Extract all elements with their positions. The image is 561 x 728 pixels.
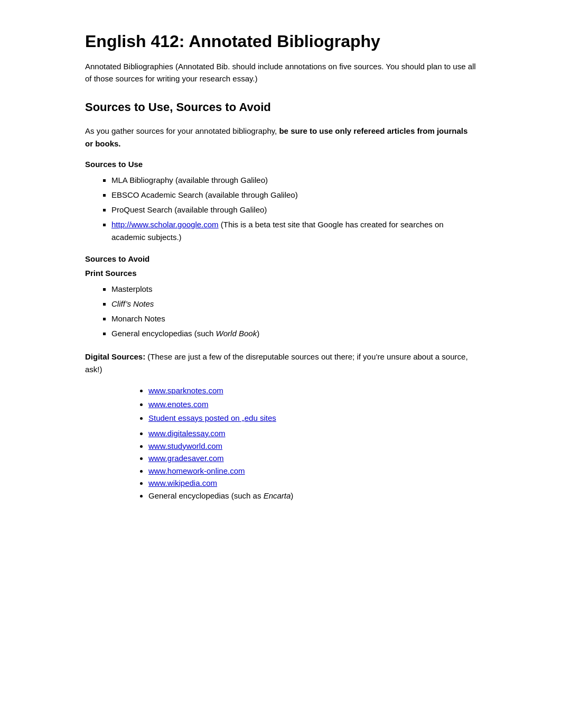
print-sources-heading: Print Sources — [85, 269, 476, 278]
list-item: MLA Bibliography (available through Gali… — [111, 174, 476, 187]
digital-last-plain: General encyclopedias (such as — [148, 491, 264, 500]
list-item: www.sparknotes.com — [148, 384, 476, 397]
digital-sources-bold: Digital Sources: — [85, 352, 145, 361]
scholar-link[interactable]: http://www.scholar.google.com — [111, 220, 219, 229]
section-intro-plain: As you gather sources for your annotated… — [85, 126, 279, 135]
list-item: www.gradesaver.com — [148, 453, 476, 465]
homework-online-link[interactable]: www.homework-online.com — [148, 466, 245, 475]
print-sources-list: Masterplots Cliff’s Notes Monarch Notes … — [85, 283, 476, 340]
digitalessay-link[interactable]: www.digitalessay.com — [148, 429, 226, 438]
wikipedia-link[interactable]: www.wikipedia.com — [148, 478, 217, 487]
gradesaver-link[interactable]: www.gradesaver.com — [148, 454, 224, 463]
list-item-last: General encyclopedias (such as Encarta) — [148, 490, 476, 502]
studyworld-link[interactable]: www.studyworld.com — [148, 441, 222, 450]
list-item: Masterplots — [111, 283, 476, 296]
digital-last-end: ) — [291, 491, 293, 500]
list-item: www.digitalessay.com — [148, 428, 476, 440]
sources-to-avoid-heading: Sources to Avoid — [85, 254, 476, 263]
sources-to-use-list: MLA Bibliography (available through Gali… — [85, 174, 476, 244]
digital-links-spaced-list: www.sparknotes.com www.enotes.com Studen… — [85, 384, 476, 425]
list-item: ProQuest Search (available through Galil… — [111, 204, 476, 216]
student-essays-link[interactable]: Student essays posted on „edu sites — [148, 413, 276, 422]
digital-sources-intro: Digital Sources: (These are just a few o… — [85, 351, 476, 376]
list-item: EBSCO Academic Search (available through… — [111, 189, 476, 201]
list-item-student: Student essays posted on „edu sites — [148, 412, 476, 425]
section-intro: As you gather sources for your annotated… — [85, 125, 476, 150]
page-title: English 412: Annotated Bibliography — [85, 32, 476, 51]
section-heading: Sources to Use, Sources to Avoid — [85, 100, 476, 114]
list-item-scholar: http://www.scholar.google.com (This is a… — [111, 218, 476, 244]
list-item: Monarch Notes — [111, 312, 476, 325]
digital-links-dense-list: www.digitalessay.com www.studyworld.com … — [85, 428, 476, 502]
digital-last-italic: Encarta — [264, 491, 291, 500]
print-last-plain: General encyclopedias (such — [111, 329, 216, 338]
sparknotes-link[interactable]: www.sparknotes.com — [148, 386, 223, 395]
list-item: Cliff’s Notes — [111, 298, 476, 310]
intro-text: Annotated Bibliographies (Annotated Bib.… — [85, 61, 476, 85]
list-item: www.enotes.com — [148, 398, 476, 411]
sources-to-use-heading: Sources to Use — [85, 160, 476, 169]
print-last-end: ) — [257, 329, 259, 338]
print-last-italic: World Book — [216, 329, 257, 338]
enotes-link[interactable]: www.enotes.com — [148, 400, 208, 409]
list-item: General encyclopedias (such World Book) — [111, 327, 476, 340]
list-item: www.studyworld.com — [148, 440, 476, 453]
list-item: www.homework-online.com — [148, 465, 476, 477]
list-item: www.wikipedia.com — [148, 477, 476, 490]
